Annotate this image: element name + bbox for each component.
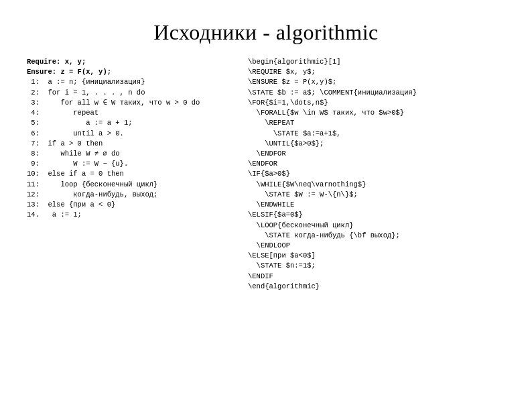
left-line-2: 1: a := n; {инициализация} bbox=[27, 77, 235, 87]
right-line-10: \ENDFOR bbox=[248, 159, 505, 169]
left-column: Require: x, y;Ensure: z = F(x, y); 1: a … bbox=[27, 57, 235, 292]
page: Исходники - algorithmic Require: x, y;En… bbox=[0, 0, 532, 399]
left-line-15: 14. a := 1; bbox=[27, 210, 235, 220]
right-line-11: \IF{$a>0$} bbox=[248, 169, 505, 179]
right-line-16: \LOOP{бесконечный цикл} bbox=[248, 221, 505, 231]
left-line-0: Require: x, y; bbox=[27, 57, 235, 67]
right-line-19: \ELSE[при $a<0$] bbox=[248, 251, 505, 261]
right-column: \begin{algorithmic}[1]\REQUIRE $x, y$;\E… bbox=[248, 57, 505, 292]
right-line-13: \STATE $W := W-\{n\}$; bbox=[248, 190, 505, 200]
left-line-11: 10: else if a = 0 then bbox=[27, 169, 235, 179]
right-line-4: \FOR{$i=1,\dots,n$} bbox=[248, 98, 505, 108]
left-line-8: 7: if a > 0 then bbox=[27, 139, 235, 149]
content-area: Require: x, y;Ensure: z = F(x, y); 1: a … bbox=[27, 57, 505, 292]
right-line-1: \REQUIRE $x, y$; bbox=[248, 67, 505, 77]
right-line-12: \WHILE{$W\neq\varnothing$} bbox=[248, 180, 505, 190]
left-line-1: Ensure: z = F(x, y); bbox=[27, 67, 235, 77]
left-line-9: 8: while W ≠ ∅ do bbox=[27, 149, 235, 159]
right-line-0: \begin{algorithmic}[1] bbox=[248, 57, 505, 67]
left-line-6: 5: a := a + 1; bbox=[27, 118, 235, 128]
right-line-3: \STATE $b := a$; \COMMENT{инициализация} bbox=[248, 88, 505, 98]
right-line-7: \STATE $a:=a+1$, bbox=[248, 129, 505, 139]
left-line-5: 4: repeat bbox=[27, 108, 235, 118]
right-line-9: \ENDFOR bbox=[248, 149, 505, 159]
left-line-13: 12: когда-нибудь, выход; bbox=[27, 190, 235, 200]
right-line-2: \ENSURE $z = P(x,y)$; bbox=[248, 77, 505, 87]
right-line-8: \UNTIL{$a>0$}; bbox=[248, 139, 505, 149]
right-line-15: \ELSIF{$a=0$} bbox=[248, 210, 505, 220]
left-line-7: 6: until a > 0. bbox=[27, 129, 235, 139]
right-line-22: \end{algorithmic} bbox=[248, 282, 505, 292]
left-line-12: 11: loop {бесконечный цикл} bbox=[27, 180, 235, 190]
right-line-6: \REPEAT bbox=[248, 118, 505, 128]
right-line-20: \STATE $n:=1$; bbox=[248, 261, 505, 271]
left-line-10: 9: W := W − {u}. bbox=[27, 159, 235, 169]
right-line-14: \ENDWHILE bbox=[248, 200, 505, 210]
left-line-3: 2: for i = 1, . . . , n do bbox=[27, 88, 235, 98]
right-line-5: \FORALL{$w \in W$ таких, что $w>0$} bbox=[248, 108, 505, 118]
page-title: Исходники - algorithmic bbox=[27, 20, 505, 45]
right-line-17: \STATE когда-нибудь {\bf выход}; bbox=[248, 231, 505, 241]
left-line-4: 3: for all w ∈ W таких, что w > 0 do bbox=[27, 98, 235, 108]
right-line-18: \ENDLOOP bbox=[248, 241, 505, 251]
left-line-14: 13: else {при a < 0} bbox=[27, 200, 235, 210]
right-line-21: \ENDIF bbox=[248, 272, 505, 282]
